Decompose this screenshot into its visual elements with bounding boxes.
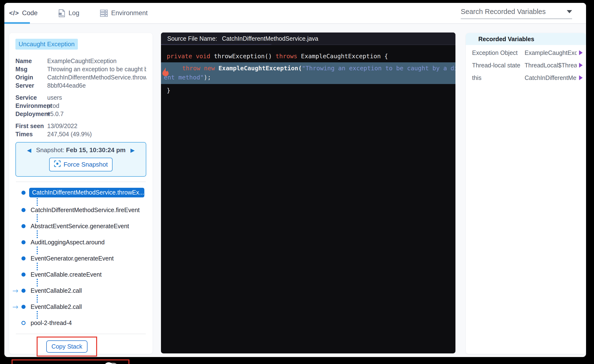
recorded-variables-header: Recorded Variables	[466, 33, 586, 45]
expand-variable-icon[interactable]	[579, 63, 583, 68]
stack-connector-dots	[37, 279, 146, 286]
field-value: users	[47, 94, 146, 101]
field-value: prod	[47, 102, 146, 109]
toggle-knob	[104, 362, 113, 364]
log-document-icon	[58, 9, 65, 17]
stack-frame-label[interactable]: CatchInDifferentMethodService.throwEx...	[29, 188, 144, 197]
stack-frame-label[interactable]: AbstractEventService.generateEvent	[31, 223, 129, 230]
stack-frame-label[interactable]: pool-2-thread-4	[31, 319, 72, 326]
stack-connector-dots	[37, 246, 146, 254]
exception-flame-icon[interactable]	[162, 67, 169, 79]
field-value: v5.0.7	[47, 111, 146, 118]
stack-frame-label[interactable]: CatchInDifferentMethodService.fireEvent	[31, 206, 140, 213]
previous-snapshot-button[interactable]: ◀	[27, 147, 31, 153]
stack-connector-dots	[37, 230, 146, 238]
frame-bullet-icon	[21, 224, 26, 228]
stack-connector-dots	[37, 198, 146, 206]
stack-frame[interactable]: CatchInDifferentMethodService.throwEx...	[21, 188, 146, 197]
frame-bullet-icon	[21, 208, 26, 212]
frame-bullet-icon	[21, 305, 26, 309]
stack-frame-label[interactable]: AuditLoggingAspect.around	[31, 239, 105, 246]
field-value: Throwing an exception to be caught by a …	[47, 66, 146, 73]
field-value: CatchInDifferentMethodService.throwExcep…	[47, 74, 146, 81]
app-window: </> Code Log E	[4, 3, 586, 357]
frame-bullet-icon	[21, 256, 26, 260]
content-area: Uncaught Exception NameExampleCaughtExce…	[4, 24, 586, 357]
frame-bullet-icon	[21, 191, 26, 195]
deployment-group: Serviceusers Environmentprod Deploymentv…	[15, 93, 146, 118]
variable-row[interactable]: this CatchInDifferentMetho...	[472, 72, 583, 84]
exception-panel: Uncaught Exception NameExampleCaughtExce…	[9, 33, 153, 354]
field-value: 8bbf044ead6e	[47, 82, 146, 89]
search-select-label: Search Recorded Variables	[461, 8, 546, 16]
field-label: Msg	[15, 66, 47, 73]
current-frame-arrow-icon: →	[12, 286, 18, 295]
source-file-label: Source File Name:	[167, 35, 217, 42]
stack-frame[interactable]: EventCallable.createEvent	[21, 271, 146, 278]
variable-value: ExampleCaughtExcept...	[525, 49, 577, 56]
recorded-variables-panel: Recorded Variables Exception Object Exam…	[466, 33, 586, 354]
stack-trace-list: CatchInDifferentMethodService.throwEx...…	[21, 188, 146, 326]
next-snapshot-button[interactable]: ▶	[130, 147, 135, 153]
section-divider	[16, 182, 146, 182]
stack-frame[interactable]: AbstractEventService.generateEvent	[21, 223, 146, 230]
highlighted-exception-line: throw new ExampleCaughtException("Throwi…	[161, 62, 455, 84]
variable-value: CatchInDifferentMetho...	[525, 74, 577, 81]
active-tab-underline	[4, 22, 30, 24]
stack-frame-thread[interactable]: pool-2-thread-4	[21, 319, 146, 326]
snapshot-capture-icon	[54, 160, 61, 169]
expand-variable-icon[interactable]	[579, 50, 583, 55]
stack-frame[interactable]: CatchInDifferentMethodService.fireEvent	[21, 206, 146, 213]
section-divider	[16, 334, 146, 334]
force-snapshot-button[interactable]: Force Snapshot	[49, 158, 113, 172]
source-file-name: CatchInDifferentMethodService.java	[222, 35, 318, 42]
stack-frame[interactable]: → EventCallable2.call	[21, 303, 146, 310]
toggle-annotation-box: Show 3rd party/utility methods	[12, 359, 129, 364]
thread-bullet-icon	[21, 321, 26, 325]
snapshot-navigator: ◀ Snapshot: Feb 15, 10:30:24 pm ▶ Force …	[15, 142, 146, 177]
exception-type-badge: Uncaught Exception	[15, 39, 78, 50]
expand-variable-icon[interactable]	[579, 75, 583, 80]
snapshot-label: Snapshot:	[36, 146, 64, 154]
tab-bar: </> Code Log E	[4, 3, 586, 24]
frame-bullet-icon	[21, 240, 26, 244]
stack-connector-dots	[37, 214, 146, 222]
stack-frame-label[interactable]: EventCallable2.call	[31, 303, 82, 310]
tab-code-label: Code	[22, 9, 38, 17]
snapshot-date: Feb 15, 10:30:24 pm	[66, 146, 126, 154]
field-label: Origin	[15, 74, 47, 81]
stack-frame-label[interactable]: EventCallable2.call	[31, 287, 82, 294]
code-line-wrapped: ent method");	[161, 73, 455, 82]
tab-log-label: Log	[68, 9, 79, 17]
tab-log[interactable]: Log	[58, 9, 79, 17]
stack-frame[interactable]: AuditLoggingAspect.around	[21, 239, 146, 246]
code-line: throw new ExampleCaughtException("Throwi…	[161, 64, 455, 73]
environment-table-icon	[100, 10, 108, 17]
field-label: Name	[15, 58, 47, 65]
code-line: private void throwException() throws Exa…	[161, 52, 455, 61]
exception-identity-group: NameExampleCaughtException MsgThrowing a…	[15, 57, 146, 90]
stack-frame-label[interactable]: EventGenerator.generateEvent	[31, 255, 114, 262]
force-snapshot-label: Force Snapshot	[64, 161, 108, 168]
field-value: ExampleCaughtException	[47, 58, 146, 65]
tab-environment[interactable]: Environment	[100, 9, 148, 17]
variable-row[interactable]: Thread-local state ThreadLocal$ThreadL..…	[472, 59, 583, 72]
tab-environment-label: Environment	[111, 9, 148, 17]
field-label: First seen	[15, 123, 47, 130]
third-party-toggle[interactable]	[105, 363, 118, 364]
variable-row[interactable]: Exception Object ExampleCaughtExcept...	[472, 46, 583, 59]
current-frame-arrow-icon: →	[12, 303, 18, 311]
stack-connector-dots	[37, 311, 146, 319]
stack-frame-label[interactable]: EventCallable.createEvent	[31, 271, 102, 278]
copy-stack-button[interactable]: Copy Stack	[46, 340, 88, 353]
field-value: 13/09/2022	[47, 123, 146, 130]
frame-bullet-icon	[21, 272, 26, 277]
code-editor: private void throwException() throws Exa…	[161, 45, 455, 95]
code-line: }	[161, 86, 455, 95]
stack-frame[interactable]: → EventCallable2.call	[21, 287, 146, 294]
search-recorded-variables-select[interactable]: Search Recorded Variables	[461, 8, 572, 19]
tab-code[interactable]: </> Code	[9, 9, 38, 17]
code-viewer: Source File Name: CatchInDifferentMethod…	[161, 33, 455, 353]
variable-name: this	[472, 74, 525, 81]
stack-frame[interactable]: EventGenerator.generateEvent	[21, 255, 146, 262]
